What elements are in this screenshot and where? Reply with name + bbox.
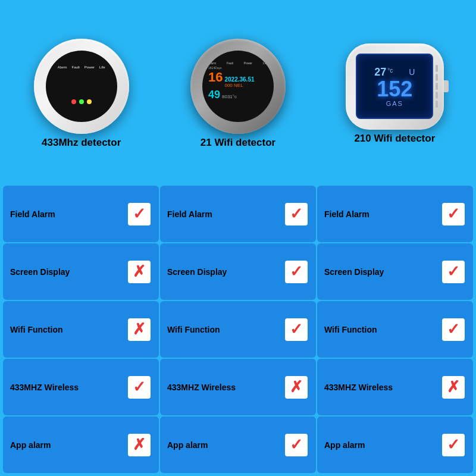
screen2-main: 16 2022.36.51 000 NEL	[208, 71, 268, 88]
vent-slot	[436, 74, 438, 81]
check-yes-icon	[285, 203, 308, 226]
screen1-labels: Alarm Fault Power Life	[58, 65, 105, 69]
feature-cell-1-field-alarm: Field Alarm	[3, 186, 159, 242]
check-yes-icon	[285, 318, 308, 341]
check-no-icon	[128, 318, 151, 341]
check-field-alarm-3	[441, 202, 466, 227]
check-yes-icon	[285, 434, 308, 456]
product-col-3: 27 °c U 152 GAS	[317, 6, 473, 181]
check-field-alarm-2	[284, 202, 309, 227]
device-3: 27 °c U 152 GAS	[346, 43, 444, 130]
feature-cell-3-wifi-function: Wifi Function	[317, 301, 473, 358]
feature-row-field-alarm: Field Alarm Field Alarm Field Alarm	[3, 186, 473, 242]
feature-label-field-alarm-2: Field Alarm	[167, 209, 212, 219]
feature-cell-3-screen-display: Screen Display	[317, 243, 473, 300]
feature-cell-2-433mhz: 433MHZ Wireless	[160, 359, 316, 415]
feature-cell-3-433mhz: 433MHZ Wireless	[317, 359, 473, 415]
check-yes-icon	[442, 203, 465, 226]
feature-row-433mhz: 433MHZ Wireless 433MHZ Wireless 433MHZ W…	[3, 359, 473, 415]
check-wifi-function-1	[127, 317, 152, 342]
check-no-icon	[442, 376, 465, 399]
label-alarm: Alarm	[58, 65, 67, 69]
feature-label-wifi-function-3: Wifi Function	[324, 325, 377, 334]
vent-slot	[436, 83, 438, 90]
feature-label-433mhz-3: 433MHZ Wireless	[324, 383, 393, 392]
screen3-u: U	[409, 67, 415, 77]
label-fault: Fault	[71, 65, 79, 69]
product-3-name: 210 Wifi detector	[354, 133, 435, 145]
screen2-label-alarm: Alarm	[208, 61, 216, 65]
screen2-content: Alarm Fault Power Life 1814Days 16 2022.…	[208, 61, 268, 101]
feature-label-field-alarm-1: Field Alarm	[10, 209, 55, 219]
vent-slot	[436, 101, 438, 108]
screen2-sub: 8031°c	[222, 94, 237, 99]
check-no-icon	[128, 261, 151, 283]
screen1-indicators	[71, 99, 92, 104]
feature-row-screen-display: Screen Display Screen Display Screen Dis…	[3, 243, 473, 300]
device-3-screen: 27 °c U 152 GAS	[356, 54, 433, 119]
feature-cell-1-app-alarm: App alarm	[3, 416, 159, 473]
feature-cell-1-433mhz: 433MHZ Wireless	[3, 359, 159, 415]
feature-cell-2-wifi-function: Wifi Function	[160, 301, 316, 358]
feature-cell-1-screen-display: Screen Display	[3, 243, 159, 300]
product-col-2: Alarm Fault Power Life 1814Days 16 2022.…	[159, 6, 316, 181]
features-grid: Field Alarm Field Alarm Field Alarm Scre…	[0, 184, 476, 476]
screen2-label-power: Power	[244, 61, 252, 65]
product-1-name: 433Mhz detector	[42, 137, 121, 149]
device-1: Alarm Fault Power Life	[34, 39, 129, 134]
feature-label-app-alarm-1: App alarm	[10, 440, 51, 450]
feature-label-wifi-function-1: Wifi Function	[10, 325, 63, 334]
check-app-alarm-1	[127, 433, 152, 458]
check-app-alarm-2	[284, 433, 309, 458]
device-2: Alarm Fault Power Life 1814Days 16 2022.…	[190, 39, 286, 134]
check-433mhz-1	[127, 375, 152, 400]
screen3-temp-unit: °c	[387, 67, 393, 74]
feature-label-433mhz-2: 433MHZ Wireless	[167, 383, 236, 392]
device-3-button	[444, 80, 449, 92]
feature-label-field-alarm-3: Field Alarm	[324, 209, 369, 219]
feature-label-screen-display-1: Screen Display	[10, 267, 70, 277]
device-3-wrapper: 27 °c U 152 GAS	[346, 43, 444, 130]
screen2-co2-val: 16	[208, 71, 223, 84]
indicator-yellow	[87, 99, 92, 104]
vent-slot	[436, 65, 438, 72]
feature-label-wifi-function-2: Wifi Function	[167, 325, 220, 334]
feature-cell-2-app-alarm: App alarm	[160, 416, 316, 473]
feature-row-wifi-function: Wifi Function Wifi Function Wifi Functio…	[3, 301, 473, 358]
label-power: Power	[84, 65, 95, 69]
feature-cell-3-field-alarm: Field Alarm	[317, 186, 473, 242]
check-no-icon	[128, 434, 151, 456]
product-col-1: Alarm Fault Power Life 433Mhz detector	[3, 6, 159, 181]
screen3-main-val: 152	[377, 79, 412, 100]
check-screen-display-3	[441, 259, 466, 284]
screen2-right-vals: 2022.36.51 000 NEL	[224, 76, 254, 88]
screen2-bottom-vals: 49 8031°c	[208, 89, 268, 101]
vent-slots	[436, 65, 438, 108]
check-no-icon	[285, 376, 308, 399]
screen2-num-large: 49	[208, 89, 220, 101]
check-yes-icon	[442, 318, 465, 341]
check-433mhz-2	[284, 375, 309, 400]
screen3-gas-label: GAS	[386, 100, 403, 107]
feature-cell-2-field-alarm: Field Alarm	[160, 186, 316, 242]
check-screen-display-2	[284, 259, 309, 284]
check-433mhz-3	[441, 375, 466, 400]
feature-label-screen-display-2: Screen Display	[167, 267, 227, 277]
screen2-label-fault: Fault	[227, 61, 233, 65]
feature-label-433mhz-1: 433MHZ Wireless	[10, 383, 79, 392]
check-app-alarm-3	[441, 433, 466, 458]
check-wifi-function-2	[284, 317, 309, 342]
check-field-alarm-1	[127, 202, 152, 227]
screen2-top: Alarm Fault Power Life	[208, 61, 268, 65]
device-1-screen: Alarm Fault Power Life	[46, 51, 117, 122]
vent-slot	[436, 92, 438, 99]
check-yes-icon	[128, 203, 151, 226]
feature-label-screen-display-3: Screen Display	[324, 267, 384, 277]
screen2-label-life: Life	[263, 61, 268, 65]
check-yes-icon	[442, 261, 465, 283]
feature-cell-1-wifi-function: Wifi Function	[3, 301, 159, 358]
feature-label-app-alarm-2: App alarm	[167, 440, 208, 450]
feature-row-app-alarm: App alarm App alarm App alarm	[3, 416, 473, 473]
check-screen-display-1	[127, 259, 152, 284]
product-2-name: 21 Wifi detector	[201, 137, 275, 149]
